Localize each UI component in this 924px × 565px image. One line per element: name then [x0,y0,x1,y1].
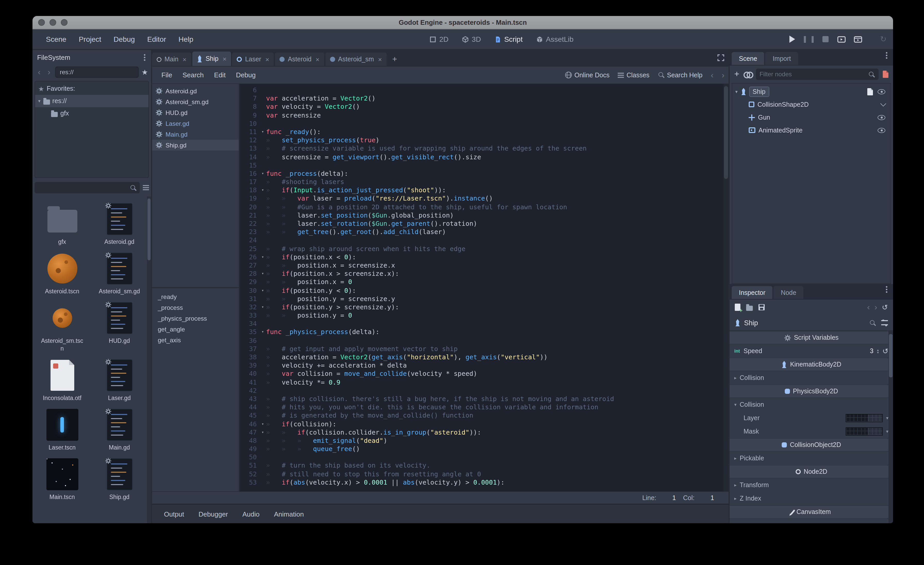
line-number[interactable]: 35 [240,328,260,336]
code-scrollbar[interactable] [723,84,729,491]
fold-toggle-icon[interactable]: ▾ [260,128,266,136]
filter-nodes-input[interactable]: Filter nodes [756,69,879,80]
script-list-item[interactable]: Ship.gd [152,140,239,151]
scene-node-ship[interactable]: ▾Ship [732,85,891,98]
code-line[interactable]: 31»»position.y = screensize.y [240,295,723,303]
code-line[interactable]: 12»set_physics_process(true) [240,136,723,144]
function-list-item[interactable]: _process [152,302,239,313]
line-number[interactable]: 44 [240,403,260,411]
code-line[interactable]: 16▾func _process(delta): [240,169,723,178]
line-number[interactable]: 27 [240,261,260,270]
code-line[interactable]: 19»»var laser = preload("res://Laser.tsc… [240,195,723,203]
code-line[interactable]: 51»# turn the ship based on its velocity… [240,462,723,470]
classes-button[interactable]: Classes [618,71,650,79]
instance-scene-icon[interactable] [744,72,752,77]
code-line[interactable]: 32▾»if(position.y > screensize.y): [240,303,723,311]
line-number[interactable]: 9 [240,111,260,119]
inspector-category-node2d[interactable]: Node2D [730,465,893,478]
mask-bit-grid[interactable] [846,427,883,436]
search-help-button[interactable]: Search Help [658,71,702,79]
line-number[interactable]: 8 [240,103,260,111]
code-line[interactable]: 40»var collision = move_and_collide(velo… [240,370,723,378]
line-number[interactable]: 52 [240,470,260,478]
file-item[interactable]: Main.tscn [33,457,91,501]
play-button[interactable] [788,36,796,43]
inspector-category-kinematicbody2d[interactable]: KinematicBody2D [730,358,893,371]
script-history-forward-icon[interactable]: › [722,70,724,79]
stop-button[interactable] [822,36,829,42]
page-icon[interactable] [867,88,873,95]
inspector-category-collisionobject2d[interactable]: CollisionObject2D [730,438,893,451]
code-line[interactable]: 49»»»queue_free() [240,445,723,453]
inspector-group-pickable[interactable]: ▸Pickable [730,451,893,465]
caret-down-icon[interactable]: ▾ [735,89,738,94]
history-back-button[interactable]: ‹ [36,69,43,76]
line-number[interactable]: 19 [240,195,260,203]
code-line[interactable]: 8var velocity = Vector2() [240,103,723,111]
line-number[interactable]: 28 [240,270,260,278]
history-forward-icon[interactable]: › [874,304,878,310]
code-line[interactable]: 26▾»if(position.x < 0): [240,253,723,261]
code-line[interactable]: 24 [240,236,723,244]
code-line[interactable]: 18▾»if(Input.is_action_just_pressed("sho… [240,186,723,195]
line-number[interactable]: 49 [240,445,260,453]
menu-editor[interactable]: Editor [141,29,172,49]
workspace-script[interactable]: Script [495,35,523,43]
object-history-icon[interactable]: ↺ [882,303,888,311]
line-number[interactable]: 53 [240,478,260,487]
line-number[interactable]: 30 [240,286,260,295]
code-line[interactable]: 44»# hits you, you won't die. this is be… [240,403,723,411]
line-number[interactable]: 32 [240,303,260,311]
dock-tab-import[interactable]: Import [765,52,798,65]
dock-tab-inspector[interactable]: Inspector [732,286,772,299]
workspace-assetlib[interactable]: AssetLib [536,35,573,43]
chevron-down-icon[interactable]: ▾ [886,429,888,434]
add-node-icon[interactable]: + [734,70,740,78]
function-list-item[interactable]: get_angle [152,324,239,334]
line-number[interactable]: 41 [240,378,260,387]
play-scene-button[interactable] [837,36,846,42]
code-line[interactable]: 9var screensize [240,111,723,119]
line-number[interactable]: 45 [240,412,260,420]
object-tools-icon[interactable] [881,320,888,325]
fold-toggle-icon[interactable]: ▾ [260,186,266,195]
script-list-item[interactable]: HUD.gd [152,107,239,118]
scene-tab-asteroid[interactable]: Asteroid× [275,52,325,66]
file-item[interactable]: Inconsolata.otf [33,358,91,402]
line-number[interactable]: 13 [240,145,260,153]
code-line[interactable]: 25»# wrap ship around screen when it hit… [240,244,723,253]
line-number[interactable]: 20 [240,203,260,211]
line-number[interactable]: 16 [240,169,260,178]
layer-bit-grid[interactable] [846,414,883,422]
filesystem-search-input[interactable] [34,182,140,193]
value-stepper[interactable]: ▴▾ [877,348,879,354]
online-docs-button[interactable]: Online Docs [565,71,609,79]
tree-item-gfx[interactable]: gfx [35,107,148,120]
script-list-item[interactable]: Asteroid_sm.gd [152,96,239,107]
code-line[interactable]: 17»#shooting lasers [240,178,723,186]
line-number[interactable]: 48 [240,437,260,445]
file-item[interactable]: Asteroid.gd [91,202,148,246]
code-line[interactable]: 20»»#Gun is a position 2D attached to th… [240,203,723,211]
code-line[interactable]: 41»velocity *= 0.9 [240,378,723,387]
code-line[interactable]: 52»# still need to stop this from resett… [240,470,723,478]
eye-icon[interactable] [878,127,885,133]
line-number[interactable]: 11 [240,128,260,136]
line-number[interactable]: 29 [240,278,260,286]
zoom-window-button[interactable] [61,19,68,26]
file-item[interactable]: Laser.gd [91,358,148,402]
code-line[interactable]: 6 [240,86,723,94]
menu-scene[interactable]: Scene [40,29,72,49]
code-line[interactable]: 42 [240,387,723,395]
line-number[interactable]: 7 [240,94,260,103]
script-list-item[interactable]: Laser.gd [152,118,239,129]
eye-closed-icon[interactable] [880,100,886,106]
script-menu-edit[interactable]: Edit [209,71,231,79]
workspace-2d[interactable]: 2D [429,35,448,43]
file-item[interactable]: Asteroid.tscn [33,252,91,295]
eye-icon[interactable] [878,115,885,120]
line-number[interactable]: 17 [240,178,260,186]
inspector-menu-icon[interactable] [886,289,887,290]
scene-node-gun[interactable]: Gun [732,111,891,124]
line-number[interactable]: 43 [240,395,260,403]
